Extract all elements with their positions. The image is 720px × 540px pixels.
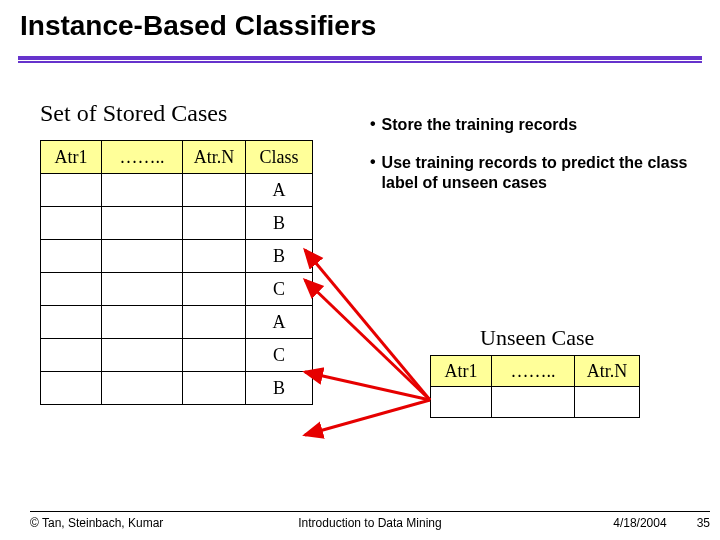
- unseen-case-caption: Unseen Case: [480, 325, 594, 351]
- table-row: C: [41, 273, 313, 306]
- stored-header-dots: ……..: [102, 141, 183, 174]
- bullet-text-1: Store the training records: [382, 115, 578, 135]
- footer-page: 35: [697, 516, 710, 530]
- table-row: B: [41, 372, 313, 405]
- stored-header-atrn: Atr.N: [183, 141, 246, 174]
- svg-line-0: [305, 250, 430, 400]
- svg-line-1: [305, 280, 430, 400]
- table-row: B: [41, 207, 313, 240]
- unseen-header-atrn: Atr.N: [575, 356, 640, 387]
- bullet-list: • Store the training records • Use train…: [370, 115, 690, 211]
- stored-header-class: Class: [246, 141, 313, 174]
- footer-copyright: © Tan, Steinbach, Kumar: [30, 516, 163, 530]
- slide-footer: Introduction to Data Mining © Tan, Stein…: [30, 511, 710, 530]
- stored-cases-caption: Set of Stored Cases: [40, 100, 227, 127]
- table-row: C: [41, 339, 313, 372]
- unseen-header-atr1: Atr1: [431, 356, 492, 387]
- table-row: B: [41, 240, 313, 273]
- svg-line-3: [305, 400, 430, 435]
- stored-header-atr1: Atr1: [41, 141, 102, 174]
- slide-title: Instance-Based Classifiers: [20, 10, 376, 42]
- table-row: [431, 387, 640, 418]
- unseen-case-table: Atr1 …….. Atr.N: [430, 355, 640, 418]
- table-row: A: [41, 174, 313, 207]
- bullet-dot: •: [370, 115, 376, 135]
- unseen-header-dots: ……..: [492, 356, 575, 387]
- table-row: A: [41, 306, 313, 339]
- svg-line-2: [305, 372, 430, 400]
- title-rule: [18, 56, 702, 68]
- bullet-dot: •: [370, 153, 376, 193]
- stored-cases-table: Atr1 …….. Atr.N Class A B B C A C B: [40, 140, 313, 405]
- footer-date: 4/18/2004: [613, 516, 666, 530]
- bullet-text-2: Use training records to predict the clas…: [382, 153, 690, 193]
